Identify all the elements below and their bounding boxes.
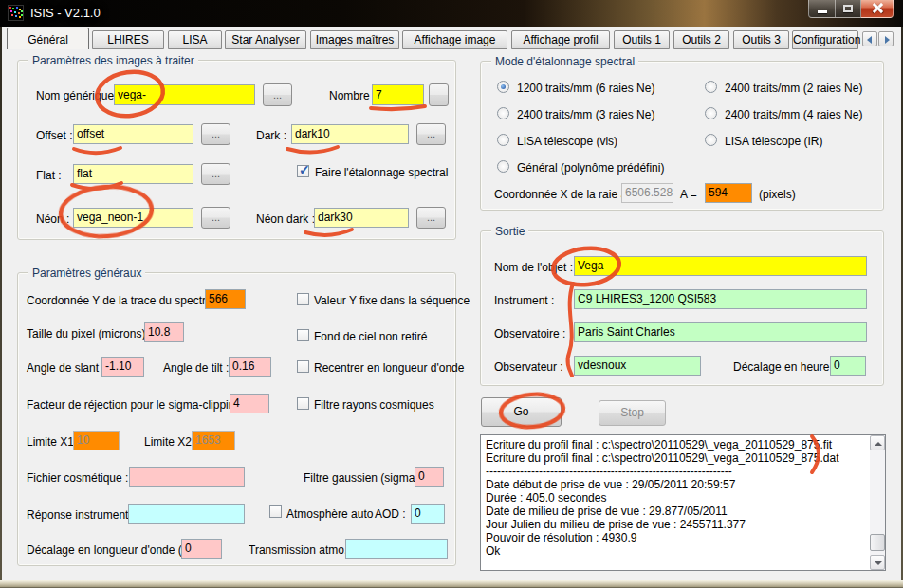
- filtre-cosmiques-checkbox[interactable]: [297, 397, 309, 410]
- nom-generique-browse-button[interactable]: ...: [263, 83, 292, 106]
- group-params-generaux-title: Paramètres généraux: [28, 266, 145, 280]
- observateur-label: Observateur :: [494, 360, 563, 374]
- radio-lisa-vis[interactable]: [497, 134, 509, 146]
- log-scrollbar[interactable]: [870, 435, 885, 570]
- tab-affichage-profil[interactable]: Affichage profil: [511, 30, 610, 49]
- sigma-clipping-label: Facteur de réjection pour le sigma-clipp…: [27, 398, 248, 412]
- log-line: Pouvoir de résolution : 4930.9: [486, 531, 866, 544]
- fichier-cosmetique-input[interactable]: [129, 467, 245, 487]
- close-button[interactable]: [861, 0, 894, 18]
- tab-scroll-right-button[interactable]: [878, 31, 894, 46]
- flat-browse-button[interactable]: ...: [201, 163, 230, 185]
- decalage-onde-input[interactable]: 0: [181, 539, 222, 559]
- scroll-down-button[interactable]: [870, 555, 885, 570]
- log-line: Date début de prise de vue : 29/05/2011 …: [486, 478, 866, 491]
- window-edge-bottom: [0, 580, 903, 588]
- angle-tilt-input[interactable]: 0.16: [229, 357, 271, 377]
- limite-x1-input[interactable]: 10: [73, 431, 120, 450]
- maximize-icon: [843, 5, 853, 12]
- neon-dark-browse-button[interactable]: ...: [416, 207, 446, 229]
- radio-general-polynome[interactable]: [497, 160, 509, 173]
- recentrer-checkbox[interactable]: [297, 360, 309, 373]
- offset-input[interactable]: offset: [73, 124, 194, 144]
- tab-lhires[interactable]: LHIRES: [92, 30, 164, 49]
- radio-2400-2raies[interactable]: [705, 81, 717, 93]
- reponse-instrument-label: Réponse instrument :: [27, 508, 135, 522]
- angle-slant-input[interactable]: -1.10: [101, 357, 144, 377]
- log-line: Date de milieu de prise de vue : 29.877/…: [486, 505, 866, 518]
- radio-lisa-ir-label: LISA télescope (IR): [725, 135, 822, 148]
- tab-configuration[interactable]: Configuration: [792, 30, 858, 49]
- neon-input[interactable]: vega_neon-1: [73, 208, 194, 228]
- tab-star-analyser[interactable]: Star Analyser: [225, 30, 306, 49]
- radio-2400-3raies-label: 2400 traits/mm (3 raies Ne): [517, 108, 654, 121]
- radio-lisa-ir[interactable]: [705, 134, 717, 146]
- coord-x-equals-label: A =: [680, 188, 697, 201]
- tab-general[interactable]: Général: [7, 28, 89, 49]
- log-line: Durée : 405.0 secondes: [486, 491, 866, 505]
- decalage-heure-input[interactable]: 0: [830, 356, 866, 376]
- instrument-input[interactable]: C9 LHIRES3_1200 QSI583: [574, 289, 867, 309]
- reponse-instrument-input[interactable]: [128, 504, 245, 524]
- log-output[interactable]: Ecriture du profil final : c:\spectro\20…: [480, 434, 886, 571]
- radio-1200-6raies[interactable]: [497, 81, 509, 93]
- tab-affichage-image[interactable]: Affichage image: [402, 30, 507, 49]
- flat-input[interactable]: flat: [73, 164, 194, 184]
- tab-outils-3[interactable]: Outils 3: [733, 30, 789, 49]
- neon-dark-label: Néon dark :: [256, 212, 315, 226]
- radio-2400-4raies[interactable]: [705, 107, 717, 119]
- transmission-atmo-input[interactable]: [345, 539, 448, 559]
- valeur-y-fixe-checkbox[interactable]: [297, 293, 309, 305]
- filtre-cosmiques-label: Filtre rayons cosmiques: [314, 398, 434, 412]
- maximize-button[interactable]: [836, 0, 861, 18]
- tab-scroll-left-button[interactable]: [862, 31, 877, 46]
- neon-dark-input[interactable]: dark30: [314, 208, 409, 228]
- recentrer-label: Recentrer en longueur d'onde: [314, 361, 464, 375]
- go-button[interactable]: Go: [481, 397, 562, 427]
- radio-2400-3raies[interactable]: [497, 107, 509, 119]
- nom-generique-input[interactable]: vega-: [114, 84, 255, 105]
- etalonnage-spectral-label: Faire l'étalonnage spectral: [315, 166, 448, 179]
- fond-ciel-checkbox[interactable]: [297, 329, 309, 341]
- atmosphere-auto-checkbox[interactable]: [269, 505, 282, 518]
- filtre-gaussien-label: Filtre gaussien (sigma) :: [304, 471, 425, 485]
- tab-lisa[interactable]: LISA: [168, 30, 222, 49]
- nombre-browse-button[interactable]: [429, 83, 449, 106]
- offset-browse-button[interactable]: ...: [201, 123, 230, 145]
- titlebar[interactable]: ISIS - V2.1.0: [0, 0, 903, 27]
- scroll-thumb[interactable]: [870, 534, 885, 551]
- offset-label: Offset :: [36, 129, 72, 142]
- coord-x-wavelength-input: 6506.528: [621, 183, 673, 203]
- stop-button[interactable]: Stop: [599, 400, 666, 426]
- filtre-gaussien-input[interactable]: 0: [415, 467, 444, 487]
- tab-images-maitres[interactable]: Images maîtres: [310, 30, 399, 49]
- fond-ciel-label: Fond de ciel non retiré: [314, 330, 427, 343]
- fichier-cosmetique-label: Fichier cosmétique :: [27, 471, 128, 485]
- scroll-up-button[interactable]: [870, 435, 885, 450]
- taille-pixel-input[interactable]: 10.8: [144, 322, 184, 342]
- group-mode-etalonnage-title: Mode d'étalonnage spectral: [491, 55, 638, 68]
- observateur-input[interactable]: vdesnoux: [574, 356, 701, 376]
- group-params-images-title: Paramètres des images à traiter: [28, 54, 198, 67]
- instrument-label: Instrument :: [494, 294, 554, 307]
- aod-label: AOD :: [375, 507, 406, 521]
- coord-x-pixel-input[interactable]: 594: [705, 183, 752, 203]
- nombre-input[interactable]: 7: [372, 84, 424, 105]
- coord-y-input[interactable]: 566: [205, 289, 246, 309]
- limite-x2-input[interactable]: 1653: [192, 431, 235, 450]
- tab-outils-1[interactable]: Outils 1: [614, 30, 670, 49]
- app-icon: [8, 5, 24, 21]
- log-line: Jour Julien du milieu de prise de vue : …: [486, 518, 866, 531]
- aod-input[interactable]: 0: [411, 504, 445, 524]
- tab-outils-2[interactable]: Outils 2: [673, 30, 729, 49]
- sigma-clipping-input[interactable]: 4: [230, 394, 269, 413]
- nom-objet-input[interactable]: Vega: [574, 256, 867, 276]
- dark-input[interactable]: dark10: [291, 124, 409, 144]
- etalonnage-spectral-checkbox[interactable]: [297, 165, 309, 177]
- minimize-button[interactable]: [808, 0, 836, 18]
- observatoire-input[interactable]: Paris Saint Charles: [574, 322, 867, 342]
- log-line: Ecriture du profil final : c:\spectro\20…: [486, 438, 866, 451]
- dark-browse-button[interactable]: ...: [416, 123, 446, 145]
- dark-label: Dark :: [256, 129, 286, 142]
- neon-browse-button[interactable]: ...: [201, 207, 230, 229]
